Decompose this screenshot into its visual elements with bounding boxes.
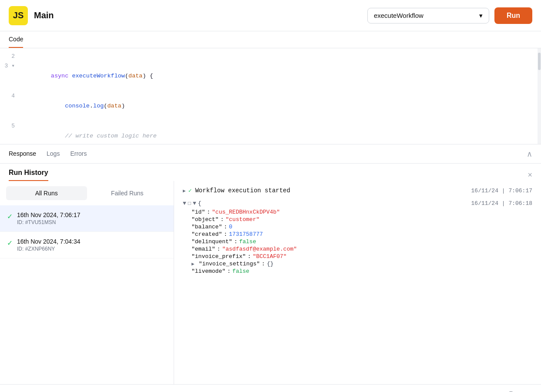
header: JS Main executeWorkflow ▾ Run <box>0 0 541 31</box>
json-val-livemode: false <box>232 268 249 275</box>
json-val-id: "cus_REDBHnxCkDPV4b" <box>212 209 280 215</box>
json-line-created: "created" : 1731758777 <box>192 231 471 238</box>
json-line-balance: "balance" : 0 <box>192 223 471 231</box>
json-key-id: "id" <box>192 209 205 215</box>
execution-started-left: ▶ ✓ Workflow execution started <box>183 187 290 194</box>
run-date-2: 16th Nov 2024, 7:04:34 <box>17 238 167 245</box>
chevron-down-icon: ▾ <box>479 12 483 20</box>
line-content-5: // write custom logic here <box>23 121 541 144</box>
json-key-balance: "balance" <box>192 224 222 230</box>
run-history-title: Run History <box>9 169 48 181</box>
code-line-5: 5 // write custom logic here <box>0 121 541 144</box>
json-block-left: ▼ □ ▼ { "id" : "cus_REDBHnxCkDPV4b" "obj… <box>183 200 471 275</box>
scrollbar-thumb[interactable] <box>538 53 541 70</box>
json-collapse-row: ▼ □ ▼ { <box>183 200 471 207</box>
json-key-livemode: "livemode" <box>192 268 225 275</box>
main-content: All Runs Failed Runs ✓ 16th Nov 2024, 7:… <box>0 181 541 384</box>
run-history-header: Run History × <box>0 164 541 181</box>
line-num-5: 5 <box>0 121 23 131</box>
expand-arrow-1[interactable]: ▶ <box>183 188 186 194</box>
json-key-email: "email" <box>192 246 215 252</box>
json-val-balance: 0 <box>229 224 232 230</box>
code-line-4: 4 console.log(data) <box>0 91 541 121</box>
run-item-2[interactable]: ✓ 16th Nov 2024, 7:04:34 ID: #ZXNP66NY <box>0 232 174 258</box>
success-icon-2: ✓ <box>7 239 13 247</box>
header-right: executeWorkflow ▾ Run <box>367 7 532 24</box>
tab-logs[interactable]: Logs <box>47 145 60 163</box>
response-tabs: Response Logs Errors <box>9 145 87 163</box>
line-content-3: async executeWorkflow(data) { <box>23 61 541 91</box>
code-tabs: Code <box>0 31 541 48</box>
run-item-1[interactable]: ✓ 16th Nov 2024, 7:06:17 ID: #TVU51MSN <box>0 205 174 232</box>
run-date-1: 16th Nov 2024, 7:06:17 <box>17 211 167 218</box>
check-circle-1: ✓ <box>188 187 192 194</box>
tab-errors[interactable]: Errors <box>70 145 87 163</box>
tab-response[interactable]: Response <box>9 145 36 163</box>
json-line-id: "id" : "cus_REDBHnxCkDPV4b" <box>192 208 471 216</box>
json-key-created: "created" <box>192 231 222 238</box>
run-button[interactable]: Run <box>494 7 532 24</box>
js-logo: JS <box>9 6 28 25</box>
code-line-2: 2 <box>0 52 541 61</box>
line-num-4: 4 <box>0 91 23 101</box>
status-bar: ◉ 0 ⟳ Run History ⓘ Help <box>0 384 541 392</box>
run-filter-tabs: All Runs Failed Runs <box>0 181 174 205</box>
run-id-1: ID: #TVU51MSN <box>17 219 167 225</box>
expand-arrow-invoice[interactable]: ▶ <box>192 261 195 267</box>
collapse-panel-button[interactable]: ∧ <box>527 149 532 159</box>
run-info-2: 16th Nov 2024, 7:04:34 ID: #ZXNP66NY <box>17 238 167 252</box>
header-left: JS Main <box>9 6 54 25</box>
function-select[interactable]: executeWorkflow ▾ <box>367 8 489 23</box>
json-open-brace: { <box>198 200 202 207</box>
filter-tab-failed-runs[interactable]: Failed Runs <box>87 186 168 200</box>
json-line-livemode: "livemode" : false <box>192 268 471 275</box>
function-select-value: executeWorkflow <box>374 12 423 19</box>
code-section: Code 2 3 ▾ async executeWorkflow(data) {… <box>0 31 541 144</box>
code-line-3: 3 ▾ async executeWorkflow(data) { <box>0 61 541 91</box>
runs-panel: All Runs Failed Runs ✓ 16th Nov 2024, 7:… <box>0 181 174 384</box>
json-line-delinquent: "delinquent" : false <box>192 238 471 245</box>
filter-tab-all-runs[interactable]: All Runs <box>6 186 87 200</box>
line-num-2: 2 <box>0 52 23 61</box>
json-line-invoice-prefix: "invoice_prefix" : "BCC1AF07" <box>192 253 471 260</box>
json-block: "id" : "cus_REDBHnxCkDPV4b" "object" : "… <box>192 208 471 275</box>
line-content-4: console.log(data) <box>23 91 541 121</box>
json-key-invoice-prefix: "invoice_prefix" <box>192 253 246 260</box>
tab-code[interactable]: Code <box>9 31 23 48</box>
collapse-icon[interactable]: ▼ <box>183 200 186 207</box>
json-val-delinquent: false <box>239 238 256 245</box>
execution-started-timestamp: 16/11/24 | 7:06:17 <box>471 188 532 194</box>
json-line-email: "email" : "asdfasdf@example.com" <box>192 245 471 253</box>
run-info-1: 16th Nov 2024, 7:06:17 ID: #TVU51MSN <box>17 211 167 225</box>
object-icon[interactable]: □ <box>188 201 191 207</box>
scrollbar-track[interactable] <box>538 48 541 144</box>
run-id-2: ID: #ZXNP66NY <box>17 246 167 252</box>
response-tabs-bar: Response Logs Errors ∧ <box>0 144 541 164</box>
json-key-invoice-settings: "invoice_settings" <box>199 261 260 267</box>
json-line-object: "object" : "customer" <box>192 216 471 223</box>
close-run-history-button[interactable]: × <box>528 171 532 180</box>
json-val-invoice-prefix: "BCC1AF07" <box>253 253 287 260</box>
dropdown-arrow[interactable]: ▼ <box>193 200 196 207</box>
success-icon-1: ✓ <box>7 212 13 221</box>
json-val-invoice-settings: {} <box>267 261 274 267</box>
execution-started-label: Workflow execution started <box>195 187 290 194</box>
app-title: Main <box>34 10 54 20</box>
json-val-created: 1731758777 <box>229 231 263 238</box>
json-val-email: "asdfasdf@example.com" <box>222 246 297 252</box>
execution-started-row: ▶ ✓ Workflow execution started 16/11/24 … <box>183 184 532 197</box>
json-val-object: "customer" <box>225 216 259 223</box>
code-editor[interactable]: 2 3 ▾ async executeWorkflow(data) { 4 co… <box>0 48 541 144</box>
json-key-delinquent: "delinquent" <box>192 238 232 245</box>
json-key-object: "object" <box>192 216 218 223</box>
json-block-row: ▼ □ ▼ { "id" : "cus_REDBHnxCkDPV4b" "obj… <box>183 198 532 277</box>
line-num-3: 3 ▾ <box>0 61 23 71</box>
json-block-timestamp: 16/11/24 | 7:06:18 <box>471 200 532 207</box>
json-line-invoice-settings: ▶ "invoice_settings" : {} <box>192 260 471 268</box>
output-panel: ▶ ✓ Workflow execution started 16/11/24 … <box>174 181 541 384</box>
